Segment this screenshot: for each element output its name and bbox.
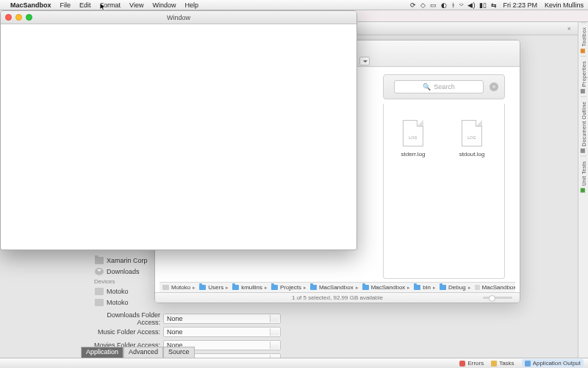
search-icon: 🔍 [423, 83, 431, 91]
app-menu[interactable]: MacSandbox [10, 1, 51, 9]
status-volume-icon[interactable]: ◀) [467, 1, 475, 9]
status-display-icon[interactable]: ▭ [430, 1, 437, 9]
app-window: Window [0, 10, 357, 250]
harddrive-icon [95, 288, 104, 295]
menu-edit[interactable]: Edit [79, 1, 91, 9]
status-switch-icon[interactable]: ⇆ [491, 1, 497, 9]
menubar-user[interactable]: Kevin Mullins [545, 1, 584, 9]
file-name: stdout.log [459, 151, 485, 158]
panel-unit-tests[interactable]: Unit Tests [581, 156, 587, 196]
close-button[interactable] [5, 14, 12, 21]
option-label: Downloads Folder Access: [88, 311, 160, 326]
folder-icon [95, 257, 104, 264]
chevron-down-icon [273, 330, 277, 335]
harddrive-icon [95, 299, 104, 306]
status-battery-icon[interactable]: ▮▯ [479, 1, 487, 9]
sidebar-device[interactable]: Motoko [93, 286, 157, 297]
folder-icon [232, 285, 239, 290]
window-controls [5, 14, 32, 21]
file-name: stderr.log [401, 151, 426, 158]
folder-icon [414, 285, 420, 290]
finder-search-input[interactable]: 🔍Search [394, 80, 484, 93]
file-item[interactable]: LOG stdout.log [442, 120, 501, 158]
menu-format[interactable]: Format [100, 1, 121, 9]
folder-icon [199, 285, 206, 290]
path-seg[interactable]: bin▸ [414, 284, 438, 291]
status-dropbox-icon[interactable]: ◇ [420, 1, 426, 9]
path-seg[interactable]: Motoko▸ [162, 284, 198, 291]
file-icon: LOG [462, 120, 482, 146]
download-icon [95, 268, 104, 275]
status-bluetooth-icon[interactable]: ᚼ [451, 1, 455, 9]
options-tabs: Application Advanced Source [81, 347, 195, 358]
ide-header-close-icon[interactable]: × [565, 25, 573, 32]
path-seg[interactable]: MacSandbox▸ [362, 284, 413, 291]
downloads-access-select[interactable]: None [163, 314, 281, 324]
path-seg[interactable]: Users▸ [199, 284, 231, 291]
clear-search-icon[interactable]: × [490, 82, 498, 91]
status-application-output[interactable]: Application Output [522, 359, 584, 367]
ide-right-panels: Toolbox Properties Document Outline Unit… [578, 22, 588, 358]
app-titlebar[interactable]: Window [1, 11, 356, 24]
status-tasks[interactable]: Tasks [491, 360, 514, 367]
sidebar-devices-header: Devices [93, 277, 157, 286]
tab-application[interactable]: Application [81, 347, 123, 358]
panel-document-outline[interactable]: Document Outline [581, 96, 587, 156]
zoom-button[interactable] [26, 14, 32, 21]
status-timemachine-icon[interactable]: ◐ [441, 1, 447, 9]
sidebar-device[interactable]: Motoko [93, 297, 157, 308]
chevron-down-icon [273, 317, 277, 322]
minimize-button[interactable] [15, 14, 22, 21]
finder-content: LOG stderr.log LOG stdout.log [383, 104, 505, 279]
finder-search-bar: 🔍Search × [383, 74, 505, 99]
errors-icon [459, 361, 465, 367]
path-seg[interactable]: Projects▸ [271, 284, 309, 291]
status-errors[interactable]: Errors [459, 360, 484, 367]
finder-status-bar: 1 of 5 selected, 92.99 GB available [155, 292, 520, 302]
tab-source[interactable]: Source [163, 347, 195, 358]
icon-size-slider[interactable] [483, 297, 512, 299]
path-seg[interactable]: MacSandbox [475, 284, 515, 291]
path-seg[interactable]: Debug▸ [440, 284, 473, 291]
ide-status-bar: Errors Tasks Application Output [0, 358, 588, 368]
finder-path-bar: Motoko▸ Users▸ kmullins▸ Projects▸ MacSa… [159, 282, 515, 292]
menu-view[interactable]: View [129, 1, 143, 9]
file-icon: LOG [403, 120, 423, 146]
solution-sidebar: Xamarin Corp Downloads Devices Motoko Mo… [93, 255, 157, 308]
status-sync-icon[interactable]: ⟳ [410, 1, 416, 9]
desktop: ▲ 1 × Toolbox Properties Document Outlin… [0, 10, 588, 358]
output-icon [525, 361, 531, 367]
panel-properties[interactable]: Properties [581, 56, 587, 96]
path-seg[interactable]: kmullins▸ [232, 284, 270, 291]
finder-status-text: 1 of 5 selected, 92.99 GB available [292, 294, 383, 301]
menubar-clock[interactable]: Fri 2:23 PM [503, 1, 537, 9]
music-access-select[interactable]: None [163, 327, 281, 337]
menu-window[interactable]: Window [152, 1, 176, 9]
menu-help[interactable]: Help [184, 1, 198, 9]
tab-advanced[interactable]: Advanced [123, 347, 163, 358]
app-icon [475, 285, 480, 290]
folder-icon [310, 285, 317, 290]
menu-bar: MacSandbox File Edit Format View Window … [0, 0, 588, 10]
path-seg[interactable]: MacSandbox▸ [310, 284, 361, 291]
tasks-icon [491, 361, 497, 367]
option-label: Music Folder Access: [88, 328, 160, 336]
finder-action-dropdown[interactable] [359, 57, 370, 66]
window-title: Window [167, 14, 190, 21]
folder-icon [440, 285, 446, 290]
chevron-down-icon [273, 344, 277, 348]
panel-toolbox[interactable]: Toolbox [581, 22, 587, 56]
status-wifi-icon[interactable]: ⌔ [459, 1, 463, 9]
file-item[interactable]: LOG stderr.log [384, 120, 442, 158]
folder-icon [271, 285, 278, 290]
sidebar-item-downloads[interactable]: Downloads [93, 266, 157, 277]
harddrive-icon [162, 285, 169, 290]
sidebar-item-xamarin[interactable]: Xamarin Corp [93, 255, 157, 266]
folder-icon [362, 285, 369, 290]
menu-file[interactable]: File [60, 1, 71, 9]
